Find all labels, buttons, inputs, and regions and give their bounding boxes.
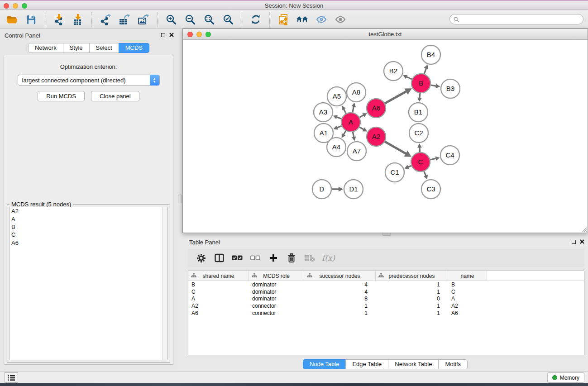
edge-A-A7[interactable] [353, 132, 354, 138]
table-row[interactable]: Cdominator41C [188, 288, 584, 295]
close-panel-icon[interactable] [169, 33, 174, 37]
column-header-predecessor-nodes[interactable]: predecessor nodes [376, 271, 448, 281]
table-tab-network-table[interactable]: Network Table [388, 359, 439, 369]
edge-C-C3[interactable] [424, 172, 426, 176]
zoom-fit-icon[interactable] [200, 12, 219, 27]
open-session-icon[interactable] [3, 12, 22, 27]
memory-button[interactable]: Memory [547, 372, 584, 383]
table-tab-motifs[interactable]: Motifs [438, 359, 468, 369]
table-cell[interactable]: dominator [249, 281, 304, 288]
table-cell[interactable]: 1 [376, 289, 448, 295]
column-header-shared-name[interactable]: shared name [188, 271, 249, 281]
result-item[interactable]: C [10, 231, 167, 238]
export-network-icon[interactable] [96, 12, 115, 27]
run-mcds-button[interactable]: Run MCDS [38, 91, 85, 101]
table-cell[interactable]: 1 [376, 310, 448, 316]
table-settings-icon[interactable] [195, 252, 207, 264]
refresh-layout-icon[interactable] [246, 12, 265, 27]
edge-A-A4[interactable] [344, 131, 346, 135]
edge-B-B1[interactable] [420, 93, 420, 98]
resize-grip-icon[interactable] [582, 227, 587, 232]
table-cell[interactable]: 4 [304, 281, 376, 288]
close-panel-button[interactable]: Close panel [91, 91, 139, 101]
float-table-panel-icon[interactable] [572, 240, 576, 244]
network-window-titlebar[interactable]: testGlobe.txt [183, 29, 588, 40]
zoom-selected-icon[interactable] [219, 12, 238, 27]
edge-A-A6[interactable] [359, 115, 363, 117]
table-cell[interactable]: A6 [188, 310, 249, 316]
table-cell[interactable]: dominator [249, 295, 304, 302]
table-cell[interactable]: A [188, 295, 249, 302]
network-graph[interactable]: AA1A2A3A4A5A6A7A8BB1B2B3B4CC1C2C3C4DD1 [183, 40, 587, 232]
edge-A-A3[interactable] [336, 117, 341, 119]
table-cell[interactable]: 4 [304, 289, 376, 295]
table-cell[interactable]: dominator [249, 289, 304, 295]
table-cell[interactable]: 1 [304, 310, 376, 316]
table-cell[interactable]: 8 [304, 295, 376, 302]
add-column-icon[interactable] [268, 252, 279, 264]
clear-all-checkboxes-icon[interactable] [249, 252, 261, 264]
edge-C-C2[interactable] [420, 147, 420, 152]
table-row[interactable]: A6connector11A6 [188, 310, 584, 317]
edge-A-A5[interactable] [344, 109, 346, 113]
task-history-button[interactable] [5, 372, 18, 383]
table-tab-node-table[interactable]: Node Table [303, 359, 346, 369]
select-all-checkboxes-icon[interactable] [231, 252, 243, 264]
tab-select[interactable]: Select [89, 43, 119, 53]
network-overview-icon[interactable] [274, 12, 293, 27]
result-item[interactable]: A [10, 215, 167, 223]
column-header-name[interactable]: name [448, 271, 487, 281]
column-view-icon[interactable] [213, 252, 225, 264]
export-table-icon[interactable] [115, 12, 134, 27]
tab-mcds[interactable]: MCDS [119, 43, 149, 53]
column-header-successor-nodes[interactable]: successor nodes [304, 271, 376, 281]
tab-style[interactable]: Style [63, 43, 90, 53]
result-item[interactable]: A6 [10, 239, 167, 247]
edge-C-C1[interactable] [408, 166, 411, 167]
table-cell[interactable]: 0 [376, 295, 448, 302]
table-cell[interactable]: C [448, 289, 487, 295]
result-item[interactable]: B [10, 223, 167, 231]
column-header-MCDS-role[interactable]: MCDS role [249, 271, 304, 281]
result-item[interactable]: A2 [10, 207, 167, 215]
hide-graphics-details-icon[interactable] [312, 12, 331, 27]
import-table-icon[interactable] [68, 12, 87, 27]
table-row[interactable]: A2connector11A2 [188, 302, 584, 310]
edge-B-B2[interactable] [406, 77, 412, 79]
table-cell[interactable]: 1 [376, 281, 448, 288]
result-scrollbar[interactable] [162, 207, 167, 360]
node-table[interactable]: shared nameMCDS rolesuccessor nodesprede… [188, 271, 584, 355]
search-box[interactable] [449, 14, 583, 24]
vertical-splitter-handle[interactable] [178, 195, 182, 203]
import-network-icon[interactable] [49, 12, 68, 27]
table-cell[interactable]: 1 [304, 303, 376, 309]
table-row[interactable]: Bdominator41B [188, 281, 584, 288]
criterion-dropdown[interactable]: largest connected component (directed) ▲… [18, 75, 160, 86]
edge-A6-B[interactable] [385, 91, 406, 104]
tab-network[interactable]: Network [28, 43, 63, 53]
edge-B-B4[interactable] [424, 68, 426, 74]
table-cell[interactable]: B [448, 281, 487, 288]
table-cell[interactable]: connector [249, 310, 304, 316]
edge-B-B3[interactable] [431, 85, 437, 86]
edge-A2-C[interactable] [385, 142, 406, 154]
table-cell[interactable]: 1 [376, 303, 448, 309]
table-cell[interactable]: A2 [188, 303, 249, 309]
edge-A-A2[interactable] [359, 127, 364, 130]
search-input[interactable] [461, 16, 579, 23]
edge-A-A1[interactable] [337, 126, 342, 128]
show-graphics-details-icon[interactable] [331, 12, 350, 27]
edge-A-A8[interactable] [353, 106, 354, 113]
zoom-out-icon[interactable] [181, 12, 200, 27]
home-layout-icon[interactable] [293, 12, 312, 27]
close-table-panel-icon[interactable] [580, 239, 584, 244]
zoom-in-icon[interactable] [162, 12, 181, 27]
table-cell[interactable]: A6 [448, 310, 487, 316]
table-cell[interactable]: B [188, 281, 249, 288]
export-image-icon[interactable] [134, 12, 153, 27]
table-tab-edge-table[interactable]: Edge Table [345, 359, 388, 369]
table-cell[interactable]: A [448, 295, 487, 302]
save-session-icon[interactable] [22, 12, 41, 27]
delete-column-icon[interactable] [286, 252, 297, 264]
float-panel-icon[interactable] [161, 33, 165, 37]
